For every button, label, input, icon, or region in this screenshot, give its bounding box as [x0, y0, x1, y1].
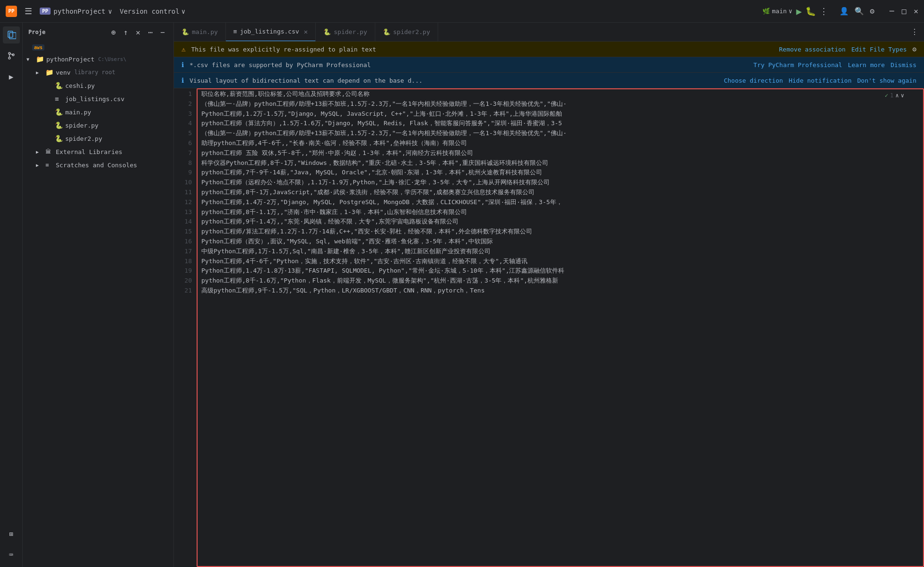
tab-overflow-icon[interactable]: ⋮ [905, 27, 924, 36]
tab-bar: 🐍 main.py ≡ job_listings.csv ✕ 🐍 spider.… [174, 23, 924, 42]
svg-point-3 [9, 57, 10, 59]
activity-terminal-icon[interactable]: ⌨ [3, 546, 20, 563]
ceshi-label: ceshi.py [65, 82, 95, 89]
info-bidi-icon: ℹ [181, 77, 184, 84]
csv-file-icon: ≡ [55, 95, 63, 103]
hide-notification-button[interactable]: Hide notification [789, 77, 852, 84]
spider2-tab-label: spider2.py [393, 28, 430, 35]
aws-section: aws [23, 42, 173, 52]
hamburger-menu[interactable]: ☰ [25, 6, 32, 16]
try-pycharm-pro-button[interactable]: Try PyCharm Professional [753, 61, 842, 69]
sidebar-more-icon[interactable]: ⋯ [145, 27, 155, 37]
venv-extra-label: library root [74, 69, 115, 76]
new-file-icon[interactable]: ⊕ [108, 27, 119, 37]
code-line: python工程师,9千-1.4万,,"东莞·凤岗镇，经验不限，大专",东莞宇宙… [201, 217, 919, 227]
tree-external-libraries[interactable]: ▶ 🏛 External Libraries [23, 145, 173, 158]
ext-libraries-label: External Libraries [56, 148, 122, 155]
code-line: 助理python工程师,4千-6千,,"长春·南关·临河，经验不限，本科",垒神… [201, 138, 919, 148]
svg-rect-0 [8, 31, 13, 37]
activity-bar: ▶ ⊞ ⌨ [0, 23, 23, 567]
tab-spider-py[interactable]: 🐍 spider.py [316, 23, 375, 42]
tree-scratches[interactable]: ▶ ≡ Scratches and Consoles [23, 158, 173, 172]
choose-direction-button[interactable]: Choose direction [724, 77, 783, 84]
job-listings-label: job_listings.csv [65, 95, 124, 103]
tree-spider2[interactable]: ▶ 🐍 spider2.py [23, 132, 173, 145]
branch-selector[interactable]: 🌿 main ∨ [762, 8, 792, 15]
tree-root-project[interactable]: ▼ 📁 pythonProject C:\Users\ [23, 52, 173, 66]
minimize-button[interactable]: ─ [889, 7, 894, 16]
ext-libraries-icon: 🏛 [45, 148, 54, 155]
main-python-icon: 🐍 [55, 108, 63, 116]
window-controls: 👤 🔍 ⚙ [839, 7, 874, 16]
window-buttons: ─ □ ✕ [889, 7, 918, 16]
tree-spider2-arrow: ▶ [45, 136, 53, 141]
sidebar-header: Proje ⊕ ↑ ✕ ⋯ − [23, 23, 173, 42]
csv-info-text: *.csv files are supported by PyCharm Pro… [190, 61, 748, 69]
folder-icon: 📁 [36, 55, 44, 63]
maximize-button[interactable]: □ [902, 7, 907, 16]
code-line: Python工程师（远程办公·地点不限）,1.1万-1.9万,Python,"上… [201, 178, 919, 188]
main-py-tab-label: main.py [192, 28, 218, 35]
project-name-label: pythonProject [53, 8, 105, 15]
remove-association-button[interactable]: Remove association [779, 46, 846, 53]
spider-tab-icon: 🐍 [323, 28, 331, 35]
code-line: Python工程师,1.4万-1.8万·13薪,"FASTAPI, SQLMOD… [201, 266, 919, 276]
sidebar-actions: ⊕ ↑ ✕ ⋯ − [108, 27, 168, 37]
title-bar: PP ☰ PP pythonProject ∨ Version control … [0, 0, 924, 23]
version-control-area[interactable]: Version control ∨ [120, 8, 185, 15]
activity-run-icon[interactable]: ▶ [3, 68, 20, 85]
scratches-label: Scratches and Consoles [56, 162, 137, 169]
refresh-icon[interactable]: ↑ [121, 27, 131, 37]
tree-main-arrow: ▶ [45, 110, 53, 115]
ceshi-python-icon: 🐍 [55, 82, 63, 89]
code-line: python工程师,8千-1.6万,"Python，Flask，前端开发，MyS… [201, 276, 919, 286]
close-button[interactable]: ✕ [914, 7, 918, 16]
tree-main[interactable]: ▶ 🐍 main.py [23, 105, 173, 119]
tab-job-listings-csv[interactable]: ≡ job_listings.csv ✕ [226, 23, 316, 42]
aws-badge: aws [32, 44, 44, 51]
venv-label: venv [56, 69, 70, 76]
close-sidebar-icon[interactable]: ✕ [133, 27, 143, 37]
csv-tab-close-icon[interactable]: ✕ [304, 28, 308, 35]
notification-gear-icon[interactable]: ⚙ [913, 45, 916, 53]
run-button[interactable]: ▶ [796, 6, 802, 17]
spider2-python-icon: 🐍 [55, 135, 63, 142]
find-count-label: 1 [890, 91, 893, 100]
code-line: 职位名称,薪资范围,职位标签,公司地点及招聘要求,公司名称 [201, 89, 919, 99]
collapse-icon[interactable]: − [157, 27, 168, 37]
branch-name-label: main [772, 8, 786, 15]
search-icon[interactable]: 🔍 [855, 7, 864, 16]
notification-warning: ⚠ This file was explicitly re-assigned t… [174, 42, 924, 57]
tree-ceshi[interactable]: ▶ 🐍 ceshi.py [23, 79, 173, 92]
warning-icon: ⚠ [181, 45, 185, 53]
project-chevron-icon: ∨ [108, 8, 112, 15]
settings-icon[interactable]: ⚙ [870, 7, 874, 16]
code-line: 科学仪器Python工程师,8千-1万,"Windows，数据结构","重庆·北… [201, 158, 919, 168]
bidi-text: Visual layout of bidirectional text can … [190, 77, 718, 84]
dont-show-again-button[interactable]: Don't show again [857, 77, 916, 84]
more-options-icon[interactable]: ⋮ [820, 6, 828, 16]
info-csv-icon: ℹ [181, 61, 184, 69]
tree-spider[interactable]: ▶ 🐍 spider.py [23, 119, 173, 132]
learn-more-button[interactable]: Learn more [848, 61, 885, 69]
sidebar-title: Proje [28, 29, 104, 35]
tree-venv-arrow: ▶ [36, 70, 43, 75]
activity-files-icon[interactable] [3, 26, 20, 43]
find-nav-up-icon[interactable]: ∧ [896, 91, 899, 100]
dismiss-button[interactable]: Dismiss [890, 61, 916, 69]
edit-file-types-button[interactable]: Edit File Types [851, 46, 907, 53]
tree-job-listings[interactable]: ▶ ≡ job_listings.csv [23, 92, 173, 105]
tab-main-py[interactable]: 🐍 main.py [174, 23, 226, 42]
branch-area: 🌿 main ∨ ▶ 🐛 ⋮ [762, 6, 828, 17]
code-editor[interactable]: ✓ 1 ∧ ∨ 职位名称,薪资范围,职位标签,公司地点及招聘要求,公司名称（佛山… [197, 88, 924, 567]
code-line: python工程师 五险 双休,5千-8千,,"郑州·中原·沟赵，1-3年，本科… [201, 148, 919, 158]
activity-plugins-icon[interactable]: ⊞ [3, 525, 20, 542]
code-line: python工程师/算法工程师,1.2万-1.7万·14薪,C++,"西安·长安… [201, 227, 919, 237]
activity-git-icon[interactable] [3, 47, 20, 64]
profile-icon[interactable]: 👤 [839, 7, 849, 16]
project-name-area[interactable]: PP pythonProject ∨ [40, 8, 112, 15]
tree-venv[interactable]: ▶ 📁 venv library root [23, 66, 173, 79]
debug-button[interactable]: 🐛 [805, 6, 816, 16]
tab-spider2-py[interactable]: 🐍 spider2.py [375, 23, 438, 42]
find-nav-down-icon[interactable]: ∨ [901, 91, 904, 100]
